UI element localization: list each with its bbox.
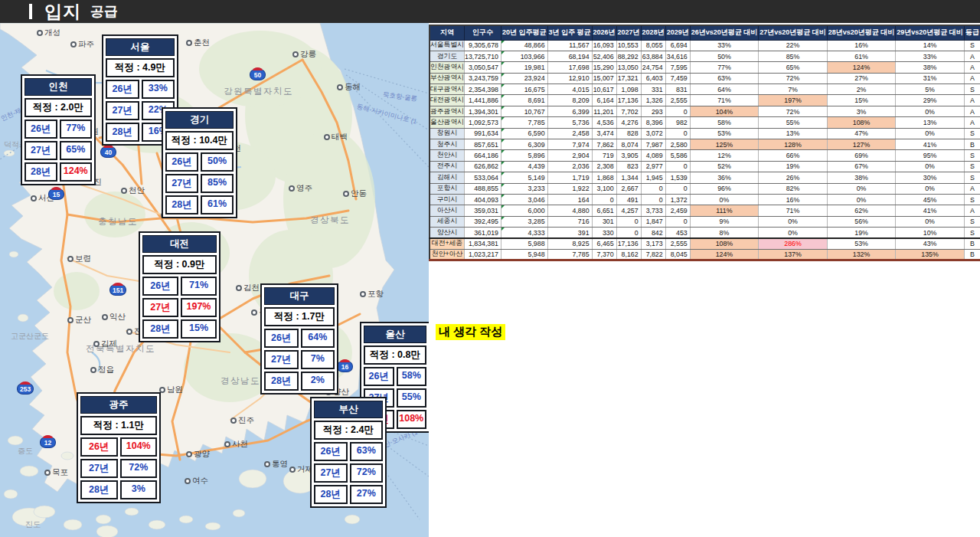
value-cell[interactable]: 9,305,678: [464, 40, 501, 51]
value-cell[interactable]: 2,555: [665, 238, 690, 249]
column-header[interactable]: 3년 입주 평균: [547, 25, 592, 40]
value-cell[interactable]: 11,567: [547, 40, 592, 51]
value-cell[interactable]: 16,093: [592, 40, 616, 51]
value-cell[interactable]: 72%: [759, 73, 828, 83]
value-cell[interactable]: 1,719: [547, 172, 592, 183]
value-cell[interactable]: 31%: [896, 73, 965, 83]
value-cell[interactable]: 0%: [827, 194, 896, 205]
value-cell[interactable]: 7,785: [501, 117, 548, 128]
grade-cell[interactable]: B: [964, 238, 980, 249]
value-cell[interactable]: 2,458: [547, 128, 592, 139]
value-cell[interactable]: 16%: [827, 40, 896, 51]
grade-cell[interactable]: B: [964, 249, 980, 260]
value-cell[interactable]: 13%: [896, 117, 965, 128]
value-cell[interactable]: 67%: [827, 161, 896, 172]
grade-cell[interactable]: A: [964, 51, 980, 61]
value-cell[interactable]: 0%: [690, 194, 759, 205]
grade-cell[interactable]: A: [964, 73, 980, 83]
value-cell[interactable]: 7,974: [547, 139, 592, 150]
value-cell[interactable]: 716: [547, 216, 592, 227]
column-header[interactable]: 2028년: [641, 25, 665, 40]
value-cell[interactable]: 392,495: [464, 216, 501, 227]
grade-cell[interactable]: S: [964, 228, 980, 238]
value-cell[interactable]: 1,092,573: [464, 117, 501, 128]
value-cell[interactable]: 1,868: [592, 172, 616, 183]
value-cell[interactable]: 19%: [827, 228, 896, 238]
value-cell[interactable]: 4,536: [592, 117, 616, 128]
value-cell[interactable]: 4,257: [616, 205, 641, 216]
value-cell[interactable]: 41%: [896, 139, 965, 150]
value-cell[interactable]: 0%: [896, 216, 965, 227]
region-cell[interactable]: 구미시: [430, 194, 464, 205]
grade-cell[interactable]: A: [964, 117, 980, 128]
value-cell[interactable]: 9%: [690, 216, 759, 227]
value-cell[interactable]: 63,884: [641, 51, 665, 61]
value-cell[interactable]: 3,285: [501, 216, 548, 227]
value-cell[interactable]: 7,702: [616, 106, 641, 116]
value-cell[interactable]: 77%: [690, 62, 759, 73]
value-cell[interactable]: 64%: [690, 84, 759, 95]
value-cell[interactable]: 3,733: [641, 205, 665, 216]
value-cell[interactable]: 164: [547, 194, 592, 205]
value-cell[interactable]: 1,922: [547, 183, 592, 194]
value-cell[interactable]: 11,201: [592, 106, 616, 116]
value-cell[interactable]: 3,050,547: [464, 62, 501, 73]
value-cell[interactable]: 4,439: [501, 161, 548, 172]
value-cell[interactable]: 69%: [827, 150, 896, 161]
value-cell[interactable]: 50%: [690, 51, 759, 61]
value-cell[interactable]: 52%: [690, 161, 759, 172]
value-cell[interactable]: 453: [665, 228, 690, 238]
value-cell[interactable]: 1,441,886: [464, 95, 501, 106]
value-cell[interactable]: 0%: [896, 106, 965, 116]
region-cell[interactable]: 대전+세종: [430, 238, 464, 249]
value-cell[interactable]: 52,406: [592, 51, 616, 61]
value-cell[interactable]: 664,186: [464, 150, 501, 161]
region-cell[interactable]: 아산시: [430, 205, 464, 216]
value-cell[interactable]: 61%: [827, 51, 896, 61]
value-cell[interactable]: 626,862: [464, 161, 501, 172]
value-cell[interactable]: 53%: [827, 238, 896, 249]
value-cell[interactable]: 391: [547, 228, 592, 238]
value-cell[interactable]: 0: [665, 161, 690, 172]
value-cell[interactable]: 0: [665, 128, 690, 139]
grade-cell[interactable]: A: [964, 95, 980, 106]
value-cell[interactable]: 5,948: [501, 249, 548, 260]
value-cell[interactable]: 491: [616, 194, 641, 205]
value-cell[interactable]: 8,925: [547, 238, 592, 249]
column-header[interactable]: 2029년: [665, 25, 690, 40]
value-cell[interactable]: 488,855: [464, 183, 501, 194]
value-cell[interactable]: 15,007: [592, 73, 616, 83]
value-cell[interactable]: 0%: [827, 183, 896, 194]
value-cell[interactable]: 197%: [759, 95, 828, 106]
value-cell[interactable]: 5%: [896, 84, 965, 95]
value-cell[interactable]: 38%: [896, 62, 965, 73]
value-cell[interactable]: 719: [592, 150, 616, 161]
value-cell[interactable]: 19,981: [501, 62, 548, 73]
region-cell[interactable]: 창원시: [430, 128, 464, 139]
value-cell[interactable]: 10,617: [592, 84, 616, 95]
value-cell[interactable]: 23,924: [501, 73, 548, 83]
grade-cell[interactable]: A: [964, 183, 980, 194]
value-cell[interactable]: 7%: [759, 84, 828, 95]
value-cell[interactable]: 7,595: [665, 62, 690, 73]
grade-cell[interactable]: S: [964, 172, 980, 183]
value-cell[interactable]: 72%: [759, 106, 828, 116]
value-cell[interactable]: 7,370: [592, 249, 616, 260]
column-header[interactable]: 2026년: [592, 25, 616, 40]
grade-cell[interactable]: S: [964, 150, 980, 161]
value-cell[interactable]: 2,977: [641, 161, 665, 172]
value-cell[interactable]: 33%: [690, 40, 759, 51]
value-cell[interactable]: 4,276: [616, 117, 641, 128]
region-cell[interactable]: 천안+아산: [430, 249, 464, 260]
value-cell[interactable]: 62%: [827, 205, 896, 216]
column-header[interactable]: 등급: [964, 25, 980, 40]
value-cell[interactable]: 0%: [896, 183, 965, 194]
value-cell[interactable]: 19%: [759, 161, 828, 172]
value-cell[interactable]: 8,074: [616, 139, 641, 150]
value-cell[interactable]: 10,767: [501, 106, 548, 116]
value-cell[interactable]: 3,905: [616, 150, 641, 161]
value-cell[interactable]: 7,822: [641, 249, 665, 260]
value-cell[interactable]: 108%: [690, 238, 759, 249]
region-cell[interactable]: 세종시: [430, 216, 464, 227]
region-cell[interactable]: 인천광역시: [430, 62, 464, 73]
